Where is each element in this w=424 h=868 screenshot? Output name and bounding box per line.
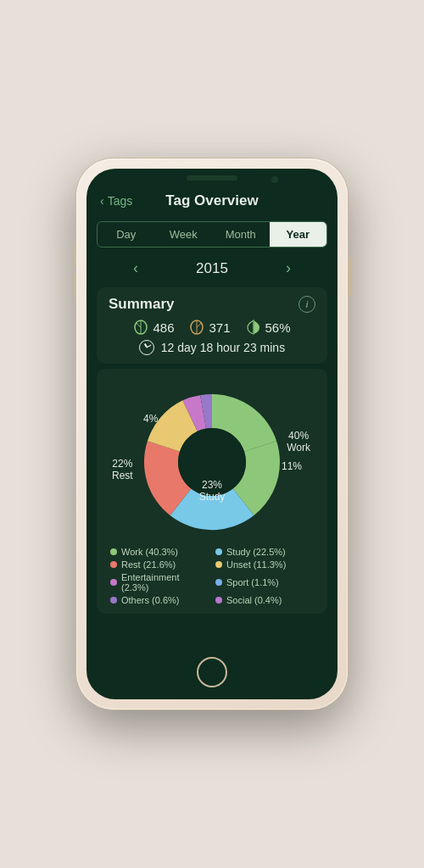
leaf-brown-icon: [189, 320, 204, 335]
next-year-button[interactable]: ›: [279, 259, 298, 277]
legend-item-rest: Rest (21.6%): [110, 559, 209, 570]
legend-item-entertainment: Entertainment (2.3%): [110, 572, 209, 593]
legend-item-unset: Unset (11.3%): [215, 559, 314, 570]
nav-bar: ‹ Tags Tag Overview: [86, 184, 338, 218]
nav-title: Tag Overview: [165, 192, 258, 209]
legend-label-others: Others (0.6%): [121, 595, 179, 605]
legend-dot-study: [215, 548, 222, 555]
chart-label-unset: 11%: [282, 460, 302, 472]
home-button[interactable]: [197, 657, 227, 687]
stat-completed: 486: [133, 320, 174, 335]
time-row: 12 day 18 hour 23 mins: [109, 340, 315, 355]
screen-content: ‹ Tags Tag Overview Day Week Month Year …: [86, 184, 338, 691]
legend-dot-work: [110, 548, 117, 555]
tab-year[interactable]: Year: [270, 222, 327, 247]
legend-item-sport: Sport (1.1%): [215, 572, 314, 593]
legend-item-study: Study (22.5%): [215, 547, 314, 557]
legend-dot-entertainment: [110, 579, 117, 586]
leaf-green-icon: [133, 320, 148, 335]
stat-total-value: 371: [209, 320, 230, 335]
legend-label-sport: Sport (1.1%): [226, 577, 279, 587]
phone-frame: ‹ Tags Tag Overview Day Week Month Year …: [76, 159, 348, 709]
legend-dot-others: [110, 597, 117, 604]
prev-year-button[interactable]: ‹: [126, 259, 145, 277]
stat-percent: 56%: [246, 320, 291, 335]
power-button[interactable]: [348, 259, 351, 296]
legend-item-others: Others (0.6%): [110, 595, 209, 605]
legend-item-work: Work (40.3%): [110, 547, 209, 557]
legend-label-rest: Rest (21.6%): [121, 559, 176, 570]
year-label: 2015: [196, 260, 228, 277]
legend-dot-social: [215, 597, 222, 604]
volume-up-button[interactable]: [73, 243, 76, 267]
summary-header: Summary i: [109, 296, 315, 313]
time-label: 12 day 18 hour 23 mins: [161, 341, 285, 354]
back-button[interactable]: ‹ Tags: [100, 194, 132, 208]
donut-svg: [127, 377, 297, 547]
legend-label-entertainment: Entertainment (2.3%): [121, 572, 209, 593]
back-label: Tags: [108, 194, 133, 208]
legend-dot-sport: [215, 579, 222, 586]
back-arrow-icon: ‹: [100, 194, 104, 208]
tab-month[interactable]: Month: [212, 222, 270, 247]
stat-total: 371: [189, 320, 230, 335]
tab-week[interactable]: Week: [155, 222, 213, 247]
legend-label-social: Social (0.4%): [226, 595, 282, 605]
summary-stats: 486 371: [109, 320, 315, 335]
chart-label-work: 40%Work: [287, 430, 310, 453]
period-tabs: Day Week Month Year: [97, 221, 327, 248]
chart-label-rest: 22%Rest: [112, 458, 133, 481]
chart-label-study: 23%Study: [199, 479, 226, 503]
year-nav: ‹ 2015 ›: [86, 254, 338, 282]
legend-section: Work (40.3%) Study (22.5%) Rest (21.6%): [97, 547, 327, 605]
summary-section: Summary i 486: [97, 287, 327, 364]
summary-title: Summary: [109, 296, 174, 313]
donut-chart: 40%Work 23%Study 22%Rest 11% 4%: [97, 377, 327, 547]
legend-dot-rest: [110, 561, 117, 568]
tab-day[interactable]: Day: [98, 222, 155, 247]
clock-hand-minute: [147, 345, 152, 348]
info-button[interactable]: i: [298, 296, 315, 313]
chart-label-others: 4%: [143, 413, 158, 425]
speaker-grille: [187, 175, 237, 181]
legend-label-work: Work (40.3%): [121, 547, 178, 557]
leaf-half-icon: [246, 320, 261, 335]
phone-top-bar: [86, 169, 338, 184]
phone-screen: ‹ Tags Tag Overview Day Week Month Year …: [86, 169, 338, 699]
volume-down-button[interactable]: [73, 274, 76, 298]
legend-label-study: Study (22.5%): [226, 547, 286, 557]
legend-item-social: Social (0.4%): [215, 595, 314, 605]
legend-grid: Work (40.3%) Study (22.5%) Rest (21.6%): [110, 547, 314, 605]
clock-icon: [139, 340, 154, 355]
chart-section: 40%Work 23%Study 22%Rest 11% 4% Work (40…: [97, 369, 327, 614]
front-camera: [271, 176, 278, 183]
legend-dot-unset: [215, 561, 222, 568]
legend-label-unset: Unset (11.3%): [226, 559, 286, 570]
stat-completed-value: 486: [153, 320, 174, 335]
stat-percent-value: 56%: [265, 320, 291, 335]
